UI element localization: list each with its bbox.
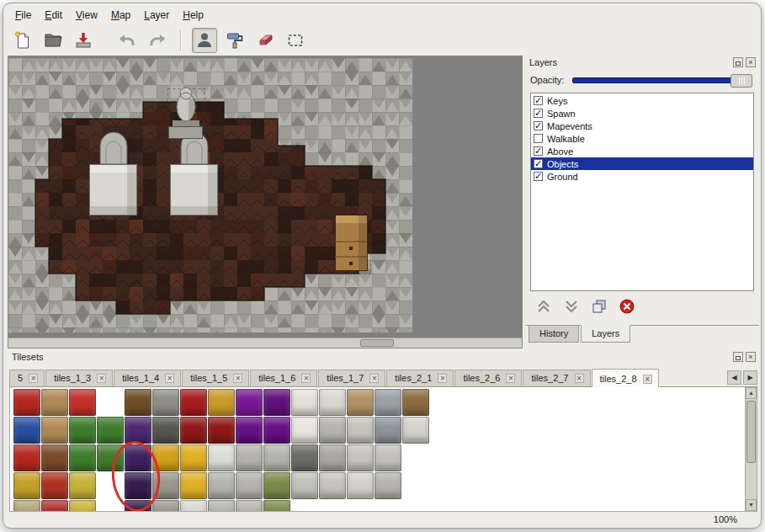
tileset-tab-tiles_1_5[interactable]: tiles_1_5× xyxy=(182,370,249,386)
tab-close-icon[interactable]: × xyxy=(29,374,38,383)
layer-row-mapevents[interactable]: ✓Mapevents xyxy=(531,120,753,132)
tileset-tile[interactable] xyxy=(291,472,318,499)
tileset-tile[interactable] xyxy=(375,444,401,471)
tileset-tile[interactable] xyxy=(41,417,68,444)
layer-visibility-checkbox[interactable]: ✓ xyxy=(534,159,543,168)
tileset-tile[interactable] xyxy=(69,472,96,499)
tileset-tile[interactable] xyxy=(69,444,96,471)
tileset-tile[interactable] xyxy=(402,389,429,416)
tileset-tile[interactable] xyxy=(69,500,96,512)
tileset-tile[interactable] xyxy=(152,444,179,471)
tileset-tile[interactable] xyxy=(236,417,263,444)
layer-visibility-checkbox[interactable]: ✓ xyxy=(534,109,543,118)
layer-row-objects[interactable]: ✓Objects xyxy=(531,157,753,170)
tileset-tile[interactable] xyxy=(319,472,346,499)
panel-tab-layers[interactable]: Layers xyxy=(581,325,630,343)
tileset-tile[interactable] xyxy=(375,417,401,444)
tileset-tile[interactable] xyxy=(125,500,151,512)
tileset-tile[interactable] xyxy=(347,417,374,444)
tileset-tile[interactable] xyxy=(375,472,401,499)
duplicate-layer-button[interactable] xyxy=(589,296,609,317)
tab-close-icon[interactable]: × xyxy=(165,374,174,383)
tileset-tile[interactable] xyxy=(41,444,68,471)
tileset-tile[interactable] xyxy=(208,472,235,499)
tileset-tile[interactable] xyxy=(430,444,457,471)
tab-close-icon[interactable]: × xyxy=(233,374,242,383)
tileset-tab-tiles_2_8[interactable]: tiles_2_8× xyxy=(592,369,659,387)
map-canvas[interactable] xyxy=(8,58,412,332)
tileset-tile[interactable] xyxy=(402,444,429,471)
save-button[interactable] xyxy=(71,28,96,53)
tileset-tab-tiles_1_6[interactable]: tiles_1_6× xyxy=(250,370,317,386)
tileset-tile[interactable] xyxy=(152,417,179,444)
redo-button[interactable] xyxy=(145,28,170,53)
tileset-tile[interactable] xyxy=(180,444,207,471)
tileset-tile[interactable] xyxy=(347,389,374,416)
menu-item-layer[interactable]: Layer xyxy=(137,8,176,23)
tileset-tab-tiles_1_4[interactable]: tiles_1_4× xyxy=(114,370,181,386)
tileset-tile[interactable] xyxy=(263,417,290,444)
tileset-tab-tiles_1_3[interactable]: tiles_1_3× xyxy=(45,370,113,386)
tileset-tab-5[interactable]: 5× xyxy=(9,370,45,386)
tileset-tile[interactable] xyxy=(152,500,179,512)
tileset-tile[interactable] xyxy=(69,389,96,416)
tileset-tile[interactable] xyxy=(152,389,179,416)
tileset-tile[interactable] xyxy=(180,472,207,499)
tileset-tile[interactable] xyxy=(402,417,429,444)
menu-item-edit[interactable]: Edit xyxy=(38,8,69,23)
tileset-tile[interactable] xyxy=(208,444,235,471)
menu-item-file[interactable]: File xyxy=(8,8,38,23)
tileset-tile[interactable] xyxy=(180,417,207,444)
tileset-tile[interactable] xyxy=(236,444,263,471)
tileset-tile[interactable] xyxy=(402,472,429,499)
tileset-tile[interactable] xyxy=(97,444,124,471)
tileset-tile[interactable] xyxy=(97,417,124,444)
scroll-down-button[interactable]: ▼ xyxy=(746,499,757,511)
layer-visibility-checkbox[interactable]: ✓ xyxy=(534,172,543,181)
opacity-slider[interactable] xyxy=(572,77,752,83)
map-hscroll-thumb[interactable] xyxy=(360,339,394,347)
tileset-tile[interactable] xyxy=(430,500,457,512)
tileset-tile[interactable] xyxy=(180,389,207,416)
tileset-tile[interactable] xyxy=(13,500,40,512)
layer-row-above[interactable]: ✓Above xyxy=(531,145,753,157)
tileset-tab-tiles_2_7[interactable]: tiles_2_7× xyxy=(523,370,590,386)
tileset-tile[interactable] xyxy=(375,500,401,512)
menu-item-map[interactable]: Map xyxy=(104,8,137,23)
layer-row-walkable[interactable]: Walkable xyxy=(531,132,753,145)
tileset-tile[interactable] xyxy=(291,389,318,416)
tileset-tile[interactable] xyxy=(236,472,263,499)
layer-row-spawn[interactable]: ✓Spawn xyxy=(531,107,753,120)
close-panel-button[interactable]: × xyxy=(746,352,756,362)
tileset-tile[interactable] xyxy=(125,472,151,499)
tileset-tile[interactable] xyxy=(430,472,457,499)
tileset-tile[interactable] xyxy=(263,500,290,512)
tileset-vertical-scrollbar[interactable]: ▲ ▼ xyxy=(745,387,757,511)
tileset-tile[interactable] xyxy=(152,472,179,499)
tileset-tile[interactable] xyxy=(375,389,401,416)
float-panel-button[interactable] xyxy=(733,352,743,362)
tab-close-icon[interactable]: × xyxy=(575,374,584,383)
layer-row-ground[interactable]: ✓Ground xyxy=(531,170,753,183)
layer-visibility-checkbox[interactable] xyxy=(534,134,543,143)
tileset-tile[interactable] xyxy=(402,500,429,512)
opacity-slider-handle[interactable] xyxy=(730,74,752,88)
tileset-tile[interactable] xyxy=(13,389,40,416)
tileset-tile[interactable] xyxy=(208,500,235,512)
tileset-tile[interactable] xyxy=(13,444,40,471)
tileset-tile[interactable] xyxy=(13,417,40,444)
float-panel-button[interactable] xyxy=(733,57,743,67)
tileset-tile[interactable] xyxy=(430,417,457,444)
menu-item-help[interactable]: Help xyxy=(176,8,210,23)
tileset-tab-tiles_2_1[interactable]: tiles_2_1× xyxy=(386,370,454,386)
tileset-tile[interactable] xyxy=(125,389,151,416)
select-tool-button[interactable] xyxy=(283,28,308,53)
vscroll-thumb[interactable] xyxy=(746,401,756,463)
tileset-tile[interactable] xyxy=(125,417,151,444)
tileset-tile[interactable] xyxy=(69,417,96,444)
new-map-button[interactable] xyxy=(10,28,35,53)
layer-list[interactable]: ✓Keys✓Spawn✓MapeventsWalkable✓Above✓Obje… xyxy=(530,93,754,291)
tileset-tile[interactable] xyxy=(180,500,207,512)
tileset-tab-tiles_1_7[interactable]: tiles_1_7× xyxy=(318,370,385,386)
tileset-tab-tiles_2_6[interactable]: tiles_2_6× xyxy=(454,370,522,386)
